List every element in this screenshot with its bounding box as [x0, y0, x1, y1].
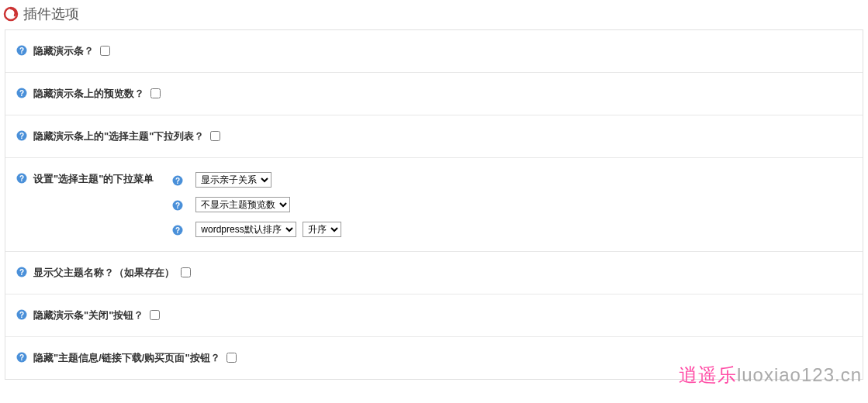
page-title: 插件选项 — [23, 5, 79, 23]
help-icon[interactable]: ? — [172, 175, 183, 186]
help-icon[interactable]: ? — [16, 309, 27, 320]
help-icon[interactable]: ? — [16, 88, 27, 98]
option-hide-select-theme-dropdown: ? 隐藏演示条上的"选择主题"下拉列表？ — [5, 115, 863, 158]
option-show-parent-theme: ? 显示父主题名称？（如果存在） — [5, 252, 863, 294]
help-icon[interactable]: ? — [172, 225, 183, 236]
option-label: 显示父主题名称？（如果存在） — [33, 266, 175, 280]
select-sort[interactable]: wordpress默认排序 — [195, 222, 296, 237]
dropdown-line-preview-count: ? 不显示主题预览数 — [172, 197, 341, 212]
checkbox-hide-info-button[interactable] — [227, 353, 237, 363]
svg-text:?: ? — [19, 311, 24, 319]
option-label: 隐藏演示条？ — [33, 44, 94, 58]
checkbox-show-parent-theme[interactable] — [181, 267, 191, 277]
help-icon[interactable]: ? — [16, 352, 27, 363]
option-label: 隐藏演示条上的"选择主题"下拉列表？ — [33, 129, 204, 143]
help-icon[interactable]: ? — [16, 130, 27, 141]
svg-text:?: ? — [19, 132, 24, 140]
select-preview-count[interactable]: 不显示主题预览数 — [195, 197, 290, 212]
option-hide-demo-bar: ? 隐藏演示条？ — [5, 30, 863, 73]
dropdown-line-sort: ? wordpress默认排序 升序 — [172, 222, 341, 237]
option-label: 隐藏"主题信息/链接下载/购买页面"按钮？ — [33, 351, 220, 365]
option-hide-close-button: ? 隐藏演示条"关闭"按钮？ — [5, 294, 863, 337]
checkbox-hide-select-theme-dropdown[interactable] — [210, 131, 220, 141]
dropdown-line-relation: ? 显示亲子关系 — [172, 172, 341, 188]
svg-text:?: ? — [19, 46, 24, 55]
options-container: ? 隐藏演示条？ ? 隐藏演示条上的预览数？ ? 隐藏演示条上的"选择主题"下拉… — [5, 29, 863, 380]
checkbox-hide-demo-bar[interactable] — [100, 46, 110, 56]
option-label: 隐藏演示条上的预览数？ — [33, 87, 144, 101]
help-icon[interactable]: ? — [172, 200, 183, 211]
svg-text:?: ? — [175, 177, 180, 185]
option-label: 设置"选择主题"的下拉菜单 — [33, 172, 154, 186]
svg-text:?: ? — [19, 89, 24, 98]
svg-text:?: ? — [19, 174, 24, 183]
option-set-select-theme-menu: ? 设置"选择主题"的下拉菜单 ? 显示亲子关系 ? 不显示主题预览数 — [5, 158, 863, 252]
help-icon[interactable]: ? — [16, 173, 27, 184]
svg-text:?: ? — [175, 226, 180, 235]
logo-icon — [3, 6, 19, 22]
option-hide-info-button: ? 隐藏"主题信息/链接下载/购买页面"按钮？ — [5, 337, 863, 379]
option-hide-preview-count: ? 隐藏演示条上的预览数？ — [5, 73, 863, 115]
svg-text:?: ? — [19, 353, 24, 362]
page-header: 插件选项 — [0, 0, 868, 26]
option-label: 隐藏演示条"关闭"按钮？ — [33, 308, 144, 322]
dropdown-group: ? 显示亲子关系 ? 不显示主题预览数 ? wordpress默 — [172, 172, 341, 237]
checkbox-hide-preview-count[interactable] — [150, 88, 161, 98]
help-icon[interactable]: ? — [16, 45, 27, 56]
select-relation[interactable]: 显示亲子关系 — [195, 172, 271, 188]
checkbox-hide-close-button[interactable] — [150, 310, 160, 320]
svg-text:?: ? — [19, 268, 24, 277]
svg-text:?: ? — [175, 202, 180, 210]
select-order[interactable]: 升序 — [303, 222, 341, 237]
help-icon[interactable]: ? — [16, 267, 27, 277]
